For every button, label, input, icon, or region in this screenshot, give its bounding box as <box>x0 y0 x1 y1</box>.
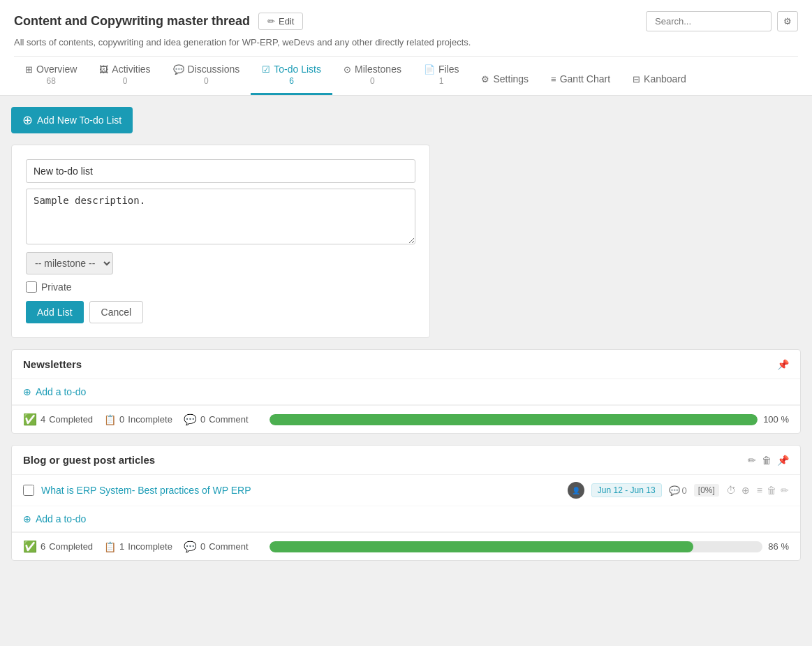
newsletters-progress-bar-fill <box>270 414 758 425</box>
blog-add-todo-row[interactable]: ⊕ Add a to-do <box>12 506 800 531</box>
settings-gear-button[interactable]: ⚙ <box>777 11 798 31</box>
blog-delete-icon[interactable]: 🗑 <box>762 455 772 466</box>
tab-kanboard-label: Kanboard <box>644 73 686 85</box>
blog-edit-icon[interactable]: ✏ <box>748 455 756 466</box>
tab-overview-label: Overview <box>36 64 77 75</box>
blog-progress-bar-container <box>270 541 763 552</box>
todo-description-textarea[interactable]: Sample description. <box>26 189 415 244</box>
newsletters-pin-icon[interactable]: 📌 <box>777 359 789 370</box>
todo-item-erp-title: What is ERP System- Best practices of WP… <box>41 485 561 496</box>
nav-tabs: ⊞ Overview 68 🖼 Activities 0 💬 Discussio… <box>14 56 798 95</box>
newsletters-completed-count: 4 <box>40 414 45 425</box>
blog-add-plus-icon: ⊕ <box>23 513 31 524</box>
tab-milestones[interactable]: ⊙ Milestones 0 <box>332 57 413 95</box>
overview-icon: ⊞ <box>25 64 33 75</box>
item-list-icon[interactable]: ≡ <box>757 485 762 496</box>
todo-item-erp: What is ERP System- Best practices of WP… <box>12 475 800 506</box>
tab-discussions[interactable]: 💬 Discussions 0 <box>162 57 251 95</box>
blog-footer: ✅ 6 Completed 📋 1 Incomplete 💬 0 Comment <box>12 532 800 560</box>
blog-add-todo-label: Add a to-do <box>36 513 86 524</box>
milestone-select[interactable]: -- milestone -- <box>26 252 113 274</box>
todo-section-newsletters: Newsletters 📌 ⊕ Add a to-do ✅ 4 Complete… <box>11 349 801 434</box>
blog-incomplete-label: Incomplete <box>128 541 172 552</box>
page-title-text: Content and Copywriting master thread <box>14 14 250 29</box>
comment-icon-blog: 💬 <box>184 541 197 553</box>
newsletters-title: Newsletters <box>23 358 82 370</box>
newsletters-progress-bar-container <box>270 414 758 425</box>
gantt-icon: ≡ <box>551 74 556 85</box>
tab-overview[interactable]: ⊞ Overview 68 <box>14 57 88 95</box>
private-checkbox[interactable] <box>26 281 37 293</box>
todo-item-erp-link[interactable]: What is ERP System- Best practices of WP… <box>41 485 251 496</box>
todo-item-erp-meta: ⏱ ⊕ <box>726 485 750 496</box>
newsletters-completed-stat: ✅ 4 Completed <box>23 413 93 426</box>
page-title: Content and Copywriting master thread ✏ … <box>14 13 303 30</box>
blog-incomplete-stat: 📋 1 Incomplete <box>104 541 172 552</box>
blog-completed-count: 6 <box>40 541 45 552</box>
blog-progress-percent: 86 % <box>768 541 789 552</box>
newsletters-completed-label: Completed <box>49 414 93 425</box>
tab-gantt-chart[interactable]: ≡ Gantt Chart <box>540 66 621 95</box>
blog-comment-count: 0 <box>200 541 205 552</box>
tab-files[interactable]: 📄 Files 1 <box>413 57 471 95</box>
search-input[interactable] <box>646 11 772 31</box>
newsletters-comment-count: 0 <box>200 414 205 425</box>
todo-title-input[interactable] <box>26 159 415 183</box>
plus-circle-icon: ⊕ <box>22 112 33 128</box>
add-list-label: Add List <box>37 307 73 318</box>
blog-incomplete-icon: 📋 <box>104 541 116 552</box>
add-subtask-icon[interactable]: ⊕ <box>741 485 750 496</box>
newsletters-header: Newsletters 📌 <box>12 350 800 379</box>
edit-button[interactable]: ✏ Edit <box>258 13 303 30</box>
add-list-button[interactable]: Add List <box>26 301 84 323</box>
tab-todo-count: 6 <box>289 76 294 86</box>
blog-footer-left: ✅ 6 Completed 📋 1 Incomplete 💬 0 Comment <box>23 540 249 553</box>
tab-discussions-count: 0 <box>204 76 209 86</box>
private-checkbox-row: Private <box>26 281 415 293</box>
add-new-todo-label: Add New To-do List <box>37 115 121 126</box>
blog-completed-stat: ✅ 6 Completed <box>23 540 93 553</box>
header-description: All sorts of contents, copywriting and i… <box>14 37 798 47</box>
private-label: Private <box>41 281 72 293</box>
tab-settings[interactable]: ⚙ Settings <box>470 66 540 95</box>
blog-completed-label: Completed <box>49 541 93 552</box>
cancel-button[interactable]: Cancel <box>89 301 144 323</box>
tab-todo-lists[interactable]: ☑ To-do Lists 6 <box>251 57 332 95</box>
item-edit-icon[interactable]: ✏ <box>781 485 789 496</box>
todo-item-erp-checkbox[interactable] <box>23 485 34 496</box>
comment-icon-newsletters: 💬 <box>184 413 197 426</box>
newsletters-comment-label: Comment <box>209 414 248 425</box>
tab-activities-count: 0 <box>123 76 128 86</box>
tab-gantt-label: Gantt Chart <box>560 73 610 85</box>
main-content: ⊕ Add New To-do List Sample description.… <box>0 96 812 583</box>
tab-activities[interactable]: 🖼 Activities 0 <box>88 57 161 95</box>
new-todo-form: Sample description. -- milestone -- Priv… <box>11 145 430 338</box>
tab-activities-label: Activities <box>112 64 150 75</box>
blog-progress-bar-fill <box>270 541 694 552</box>
add-new-todo-button[interactable]: ⊕ Add New To-do List <box>11 107 133 133</box>
cancel-label: Cancel <box>101 307 132 318</box>
newsletters-actions: 📌 <box>777 359 789 370</box>
discussions-icon: 💬 <box>173 64 184 75</box>
pencil-icon: ✏ <box>267 16 275 27</box>
tab-overview-count: 68 <box>47 76 56 86</box>
activities-icon: 🖼 <box>99 64 108 75</box>
blog-footer-right: 86 % <box>263 541 789 552</box>
tab-discussions-label: Discussions <box>188 64 240 75</box>
incomplete-icon: 📋 <box>104 414 116 425</box>
todo-item-erp-actions: ≡ 🗑 ✏ <box>757 485 789 496</box>
blog-comment-stat: 💬 0 Comment <box>184 541 249 553</box>
item-delete-icon[interactable]: 🗑 <box>767 485 776 496</box>
tab-files-label: Files <box>438 64 459 75</box>
comment-bubble-icon: 💬 <box>669 485 680 496</box>
newsletters-add-plus-icon: ⊕ <box>23 386 31 397</box>
header-search-area: ⚙ <box>646 11 798 31</box>
blog-pin-icon[interactable]: 📌 <box>777 455 789 466</box>
tab-kanboard[interactable]: ⊟ Kanboard <box>621 66 697 95</box>
newsletters-add-todo-row[interactable]: ⊕ Add a to-do <box>12 379 800 404</box>
newsletters-incomplete-count: 0 <box>119 414 124 425</box>
blog-title: Blog or guest post articles <box>23 454 155 466</box>
blog-incomplete-count: 1 <box>119 541 124 552</box>
clock-icon[interactable]: ⏱ <box>726 485 736 496</box>
todo-item-erp-progress: [0%] <box>694 484 719 497</box>
